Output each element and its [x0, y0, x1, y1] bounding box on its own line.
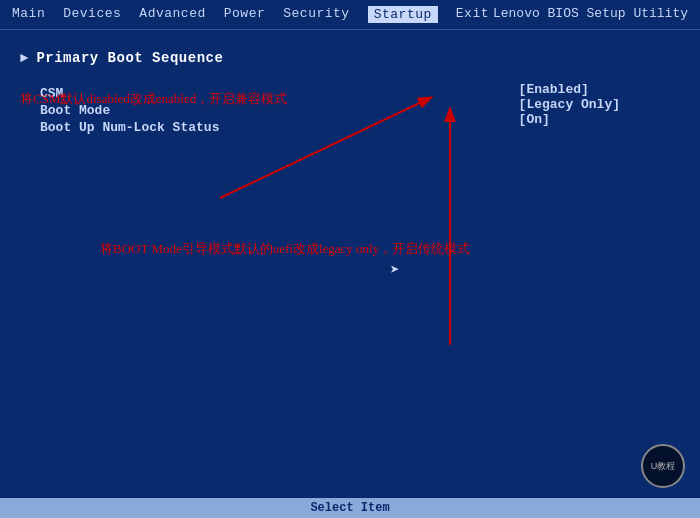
menu-item-security[interactable]: Security [283, 6, 349, 23]
values-col: [Enabled] [Legacy Only] [On] [519, 82, 620, 137]
bottom-bar-text: Select Item [310, 501, 389, 515]
bios-screen: Main Devices Advanced Power Security Sta… [0, 0, 700, 518]
value-numlock: [On] [519, 112, 620, 127]
menu-item-startup[interactable]: Startup [368, 6, 438, 23]
menu-item-power[interactable]: Power [224, 6, 266, 23]
setting-row-numlock[interactable]: Boot Up Num-Lock Status [40, 120, 320, 135]
mouse-cursor: ➤ [390, 260, 400, 280]
annotation-text-2: 将BOOT Mode引导模式默认的uefi改成legacy only，开启传统模… [100, 240, 470, 258]
section-title: Primary Boot Sequence [36, 50, 223, 66]
menu-items-left: Main Devices Advanced Power Security Sta… [12, 6, 489, 23]
menu-item-devices[interactable]: Devices [63, 6, 121, 23]
bottom-bar: Select Item [0, 498, 700, 518]
watermark: U教程 [641, 444, 685, 488]
section-header: ► Primary Boot Sequence [20, 50, 680, 66]
menu-bar: Main Devices Advanced Power Security Sta… [0, 0, 700, 30]
triangle-icon: ► [20, 50, 28, 66]
menu-item-advanced[interactable]: Advanced [139, 6, 205, 23]
setting-label-numlock: Boot Up Num-Lock Status [40, 120, 320, 135]
bios-title: Lenovo BIOS Setup Utility [493, 6, 688, 21]
value-csm: [Enabled] [519, 82, 620, 97]
annotation-text-1: 将CSM默认disabled改成enabled，开启兼容模式 [20, 90, 287, 108]
watermark-logo: U教程 [641, 444, 685, 488]
value-bootmode: [Legacy Only] [519, 97, 620, 112]
menu-item-exit[interactable]: Exit [456, 6, 489, 23]
menu-item-main[interactable]: Main [12, 6, 45, 23]
